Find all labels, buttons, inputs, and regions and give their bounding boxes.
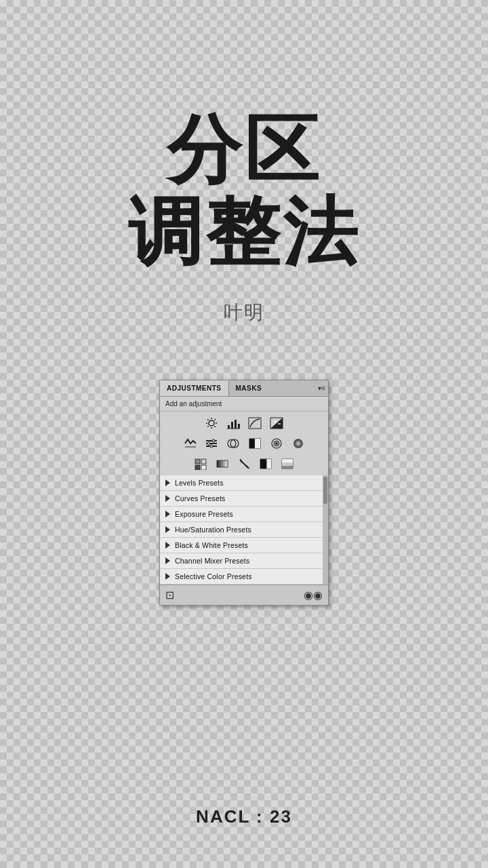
svg-rect-10 [231,422,233,429]
exposure-presets-item[interactable]: Exposure Presets [160,507,323,522]
scrollbar-thumb[interactable] [323,477,327,504]
selective-color-icon[interactable] [235,456,253,471]
add-adjustment-label: Add an adjustment [160,397,328,412]
presets-list: Levels Presets Curves Presets Exposure P… [160,475,323,585]
channel-mixer-presets-label: Channel Mixer Presets [175,557,249,565]
vibrance-icon[interactable] [181,436,199,451]
hue-saturation-presets-item[interactable]: Hue/Saturation Presets [160,522,323,538]
svg-line-7 [214,419,215,420]
posterize-icon[interactable] [279,456,296,471]
black-white-presets-label: Black & White Presets [175,541,248,549]
levels-icon[interactable] [224,416,242,431]
scrollbar-track[interactable] [323,475,328,585]
levels-presets-item[interactable]: Levels Presets [160,475,323,491]
svg-line-44 [241,459,241,462]
exposure-icon[interactable] [268,416,285,431]
selective-color-presets-label: Selective Color Presets [175,572,252,580]
color-lookup-icon[interactable] [192,456,209,471]
channel-mixer-icon[interactable] [289,436,307,451]
svg-rect-11 [235,420,237,429]
svg-rect-53 [282,462,293,466]
threshold-icon[interactable] [257,456,274,471]
expand-arrow-exposure [165,511,171,517]
brightness-contrast-icon[interactable] [203,416,220,431]
panel-bottom: ⊡ ◉◉ [160,585,328,605]
svg-rect-38 [195,459,200,464]
title-line1: 分区 [128,108,360,191]
svg-rect-9 [228,425,230,429]
expand-arrow-hue [165,526,171,533]
nacl-label: NACL : 23 [196,806,292,827]
icon-row-2 [160,435,328,455]
expand-arrow-curves [165,495,171,502]
panel-menu-button[interactable]: ▾≡ [318,384,325,392]
icon-row-1 [160,412,328,435]
curves-presets-label: Curves Presets [175,494,226,502]
selective-color-presets-item[interactable]: Selective Color Presets [160,569,323,585]
svg-point-0 [209,420,214,426]
black-white-presets-item[interactable]: Black & White Presets [160,538,323,553]
icon-row-3 [160,455,328,475]
color-balance-icon[interactable] [224,436,242,451]
tab-masks[interactable]: MASKS [229,380,269,396]
svg-point-26 [210,445,213,448]
panel-menu-icon: ▾≡ [318,384,325,392]
levels-presets-label: Levels Presets [175,479,224,487]
black-white-icon[interactable] [246,436,264,451]
svg-rect-54 [282,459,293,462]
svg-rect-47 [266,459,271,469]
gradient-map-icon[interactable] [214,456,231,471]
svg-rect-52 [282,466,293,469]
reset-icon[interactable]: ⊡ [165,589,174,601]
svg-rect-39 [201,459,206,464]
expand-arrow-selective [165,573,171,580]
hue-saturation-presets-label: Hue/Saturation Presets [175,526,251,534]
expand-arrow-channel [165,557,171,564]
panel-tabs-row: ADJUSTMENTS MASKS ▾≡ [160,380,328,397]
svg-rect-30 [249,439,255,448]
svg-point-25 [212,439,215,442]
clip-layer-icon[interactable]: ◉◉ [304,589,323,601]
svg-line-6 [214,426,215,427]
title-line2: 调整法 [128,191,360,273]
svg-marker-17 [270,418,283,429]
photo-filter-icon[interactable] [268,436,285,451]
main-title-block: 分区 调整法 [128,108,360,273]
expand-arrow-levels [165,479,171,486]
svg-rect-12 [238,424,240,429]
svg-line-5 [207,419,208,420]
svg-rect-42 [217,460,228,467]
svg-rect-40 [195,465,200,470]
svg-rect-41 [201,465,206,470]
svg-line-8 [207,426,208,427]
hue-saturation-icon[interactable] [203,436,220,451]
adjustments-panel: ADJUSTMENTS MASKS ▾≡ Add an adjustment [159,380,329,606]
svg-point-24 [207,442,210,445]
author-label: 叶明 [224,300,264,326]
tab-adjustments[interactable]: ADJUSTMENTS [160,380,229,396]
curves-icon[interactable] [246,416,264,431]
svg-point-37 [297,442,300,445]
svg-point-34 [276,443,278,445]
presets-wrapper: Levels Presets Curves Presets Exposure P… [160,475,328,585]
svg-rect-31 [255,439,260,448]
curves-presets-item[interactable]: Curves Presets [160,491,323,507]
channel-mixer-presets-item[interactable]: Channel Mixer Presets [160,553,323,569]
expand-arrow-bw [165,542,171,549]
exposure-presets-label: Exposure Presets [175,510,233,518]
